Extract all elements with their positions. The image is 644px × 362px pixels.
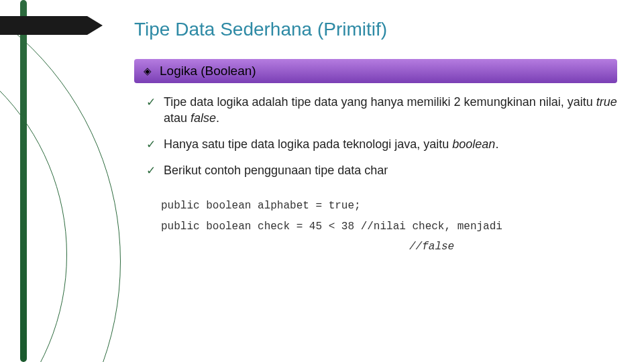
list-item: ✓ Berikut contoh penggunaan tipe data ch… — [146, 162, 617, 179]
code-line: //false — [161, 237, 617, 257]
check-icon: ✓ — [146, 95, 156, 111]
page-title: Tipe Data Sederhana (Primitif) — [134, 19, 617, 40]
code-example: public boolean alphabet = true; public b… — [134, 196, 617, 257]
banner-label: Logika (Boolean) — [160, 64, 256, 78]
bullet-text: Hanya satu tipe data logika pada teknolo… — [164, 136, 498, 152]
check-icon: ✓ — [146, 164, 156, 179]
bullet-text: Berikut contoh penggunaan tipe data char — [164, 162, 388, 178]
list-item: ✓ Hanya satu tipe data logika pada tekno… — [146, 136, 617, 153]
list-item: ✓ Tipe data logika adalah tipe data yang… — [146, 94, 617, 127]
top-accent-arrow — [0, 16, 87, 35]
bullet-text: Tipe data logika adalah tipe data yang h… — [164, 94, 617, 127]
section-banner: ◈ Logika (Boolean) — [134, 59, 617, 83]
code-line: public boolean alphabet = true; — [161, 196, 617, 216]
slide-content: Tipe Data Sederhana (Primitif) ◈ Logika … — [134, 19, 617, 257]
diamond-icon: ◈ — [144, 65, 152, 77]
bullet-list: ✓ Tipe data logika adalah tipe data yang… — [134, 94, 617, 178]
code-line: public boolean check = 45 < 38 //nilai c… — [161, 217, 617, 237]
check-icon: ✓ — [146, 137, 156, 153]
